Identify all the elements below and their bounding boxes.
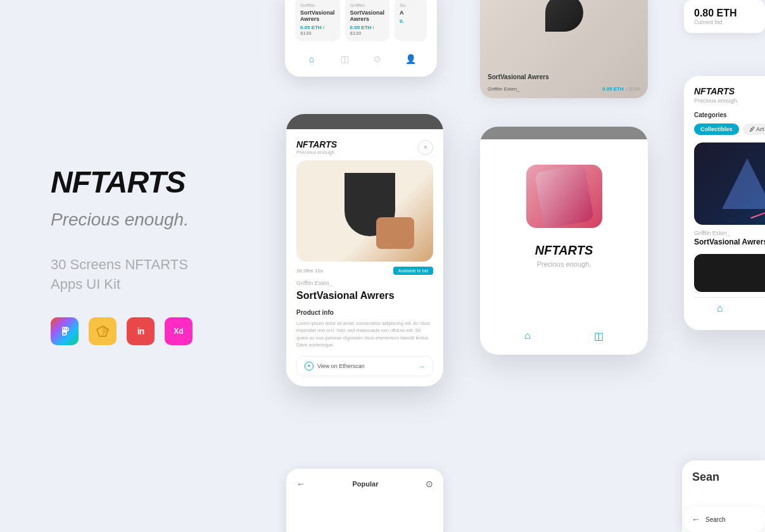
layers-nav-icon[interactable]: ◫ bbox=[337, 51, 352, 66]
card2-title: SortVasional Awrers bbox=[350, 10, 385, 22]
nft-creator-name: Grifftin Esten_ bbox=[286, 277, 443, 289]
splash-brand-logo: NFTARTS bbox=[535, 243, 593, 258]
shield-icon[interactable]: ⊙ bbox=[426, 479, 433, 489]
search-panel: ← Search bbox=[684, 507, 765, 532]
art-tag[interactable]: 🖊 Art bbox=[743, 124, 765, 135]
sketch-icon bbox=[89, 317, 117, 345]
nft-time: 1h 28m 11s bbox=[296, 268, 323, 274]
nft-main-image bbox=[296, 160, 433, 262]
right-panel-tagline: Precious enough. bbox=[694, 98, 765, 104]
bid-panel: 0.80 ETH Current bid bbox=[684, 0, 765, 33]
splash-home-icon[interactable]: ⌂ bbox=[524, 330, 531, 342]
splash-art bbox=[526, 165, 602, 228]
card2-price: 0.05 ETH / $130 bbox=[350, 25, 385, 36]
brand-logo: NFTARTS bbox=[51, 165, 266, 200]
bid-amount: 0.80 ETH bbox=[694, 8, 755, 19]
etherscan-left: ✦ View on Etherscan bbox=[305, 362, 365, 370]
bid-badge: Available to bid bbox=[393, 267, 433, 275]
modal-brand-tagline: Precious enough. bbox=[296, 149, 337, 155]
modal-content: NFTARTS Precious enough. × 1h 28m 11s Av… bbox=[286, 129, 443, 376]
etherscan-link[interactable]: ✦ View on Etherscan → bbox=[296, 356, 433, 376]
right-card-title: SortVasional Awrers bbox=[694, 238, 765, 246]
right-card-creator: Grifftin Esten_ bbox=[488, 86, 520, 92]
card1-creator: Grifftin bbox=[300, 3, 335, 8]
modal-brand-block: NFTARTS Precious enough. bbox=[296, 139, 337, 155]
card1-price: 0.05 ETH / $130 bbox=[300, 25, 335, 36]
sean-name: Sean bbox=[692, 471, 755, 484]
bottom-phone-strip: ← Popular ⊙ bbox=[286, 469, 443, 532]
search-back-arrow[interactable]: ← bbox=[692, 514, 700, 524]
card1-title: SortVasional Awrers bbox=[300, 10, 335, 22]
branding-section: NFTARTS Precious enough. 30 Screens NFTA… bbox=[51, 165, 266, 345]
profile-nav-icon[interactable]: ⊙ bbox=[370, 51, 385, 66]
figma-icon bbox=[51, 317, 79, 345]
back-arrow-icon[interactable]: ← bbox=[296, 479, 305, 489]
blue-triangle-shape bbox=[722, 158, 765, 209]
etherscan-label: View on Etherscan bbox=[317, 363, 365, 369]
product-info-label: Product info bbox=[286, 307, 443, 319]
nft-title: SortVasional Awrers bbox=[286, 289, 443, 307]
categories-label: Categories bbox=[694, 111, 765, 118]
right-nft-card-dark bbox=[694, 254, 765, 292]
price-eth: 0.05 ETH bbox=[602, 86, 624, 92]
nft-metadata: 1h 28m 11s Available to bid bbox=[286, 262, 443, 277]
main-phone-modal: NFTARTS Precious enough. × 1h 28m 11s Av… bbox=[286, 114, 443, 386]
modal-close-button[interactable]: × bbox=[418, 140, 433, 155]
nft-card-2: Grifftin SortVasional Awrers 0.05 ETH / … bbox=[345, 0, 390, 41]
adobe-xd-icon: Xd bbox=[165, 317, 193, 345]
right-card-title: SortVasional Awrers bbox=[488, 73, 549, 80]
splash-layers-icon[interactable]: ◫ bbox=[594, 330, 604, 342]
nft-card-1: Grifftin SortVasional Awrers 0.05 ETH / … bbox=[295, 0, 340, 41]
card3-title: A bbox=[400, 10, 422, 16]
bid-label: Current bid bbox=[694, 19, 755, 25]
etherscan-arrow-icon: → bbox=[419, 363, 425, 370]
nft-art-piece bbox=[545, 0, 583, 32]
right-panel-bottom-nav: ⌂ ◫ bbox=[694, 297, 765, 320]
right-card-price: 0.05 ETH / $190 bbox=[602, 86, 640, 92]
right-side-panel: NFTARTS Precious enough. Categories Coll… bbox=[684, 76, 765, 330]
splash-pink-shape bbox=[534, 165, 593, 228]
nft-right-image-bg: Grifftin Esten_ 0.05 ETH / $190 SortVasi… bbox=[480, 0, 648, 98]
invision-icon: in bbox=[127, 317, 155, 345]
bottom-nav-row: ← Popular ⊙ bbox=[296, 479, 433, 489]
top-cards-strip: Grifftin SortVasional Awrers 0.05 ETH / … bbox=[285, 0, 437, 77]
price-usd: / $190 bbox=[626, 86, 640, 92]
card2-creator: Grifftin bbox=[350, 3, 385, 8]
nft-cards-row: Grifftin SortVasional Awrers 0.05 ETH / … bbox=[295, 0, 427, 41]
splash-bottom-nav: ⌂ ◫ bbox=[480, 330, 648, 342]
splash-tagline: Precious enough. bbox=[537, 260, 591, 268]
splash-phone: NFTARTS Precious enough. ⌂ ◫ bbox=[480, 127, 648, 355]
etherscan-icon: ✦ bbox=[305, 362, 313, 370]
nft-top-right-card: Grifftin Esten_ 0.05 ETH / $190 SortVasi… bbox=[480, 0, 648, 98]
right-home-icon[interactable]: ⌂ bbox=[717, 303, 723, 315]
splash-content: NFTARTS Precious enough. bbox=[480, 139, 648, 355]
brand-tagline: Precious enough. bbox=[51, 210, 266, 230]
splash-header bbox=[480, 127, 648, 139]
card3-price: 0. bbox=[400, 18, 422, 24]
home-nav-icon[interactable]: ⌂ bbox=[304, 51, 319, 66]
category-tags: Collectibles 🖊 Art bbox=[694, 124, 765, 135]
brand-description: 30 Screens NFTARTSApps UI Kit bbox=[51, 255, 266, 294]
user-nav-icon[interactable]: 👤 bbox=[403, 51, 418, 66]
collectibles-tag[interactable]: Collectibles bbox=[694, 124, 739, 135]
right-panel-brand: NFTARTS bbox=[694, 86, 765, 96]
search-label: Search bbox=[705, 516, 726, 523]
card3-creator: So bbox=[400, 3, 422, 8]
tool-icons-row: in Xd bbox=[51, 317, 266, 345]
popular-label: Popular bbox=[353, 480, 379, 488]
right-nft-card-blue bbox=[694, 142, 765, 225]
right-creator-label: Grifftin Esten_ bbox=[694, 230, 765, 236]
nft-card-3: So A 0. bbox=[395, 0, 427, 41]
modal-brand-logo: NFTARTS bbox=[296, 139, 337, 149]
top-strip-nav: ⌂ ◫ ⊙ 👤 bbox=[295, 46, 427, 66]
phone-header-bar bbox=[286, 114, 443, 129]
product-info-text: Lorem ipsum dolor sit amet, consectetur … bbox=[286, 319, 443, 356]
modal-header: NFTARTS Precious enough. × bbox=[286, 129, 443, 160]
art-brown-shape bbox=[376, 217, 414, 249]
